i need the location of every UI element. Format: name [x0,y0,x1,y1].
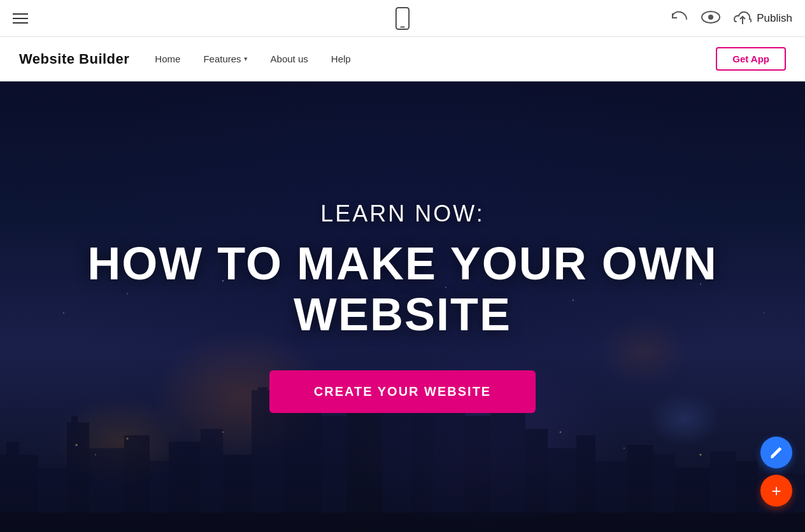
publish-button[interactable]: Publish [734,10,792,27]
toolbar-center [394,7,411,30]
svg-rect-20 [283,403,322,532]
hero-subtitle: LEARN NOW: [0,200,805,227]
svg-point-41 [95,454,96,456]
add-fab-button[interactable]: + [760,475,792,507]
toolbar: Publish [0,0,805,37]
site-title: Website Builder [19,51,129,67]
nav-link-features[interactable]: Features ▾ [203,53,247,64]
undo-icon[interactable] [670,10,688,27]
nav-links: Home Features ▾ About us Help [155,53,716,64]
svg-rect-39 [0,513,805,532]
svg-point-51 [700,454,702,456]
edit-fab-button[interactable] [760,437,792,468]
phone-icon[interactable] [394,7,411,30]
svg-point-3 [708,15,713,20]
website-nav: Website Builder Home Features ▾ About us… [0,37,805,81]
svg-point-43 [222,431,224,433]
fab-container: + [760,437,792,507]
preview-icon[interactable] [701,10,721,27]
hero-content: LEARN NOW: HOW TO MAKE YOUR OWN WEBSITE … [0,200,805,412]
svg-rect-28 [490,403,525,532]
svg-rect-0 [396,8,409,29]
toolbar-left [13,13,28,24]
hero-cta-button[interactable]: CREATE YOUR WEBSITE [269,370,536,413]
hamburger-icon[interactable] [13,13,28,24]
nav-link-about[interactable]: About us [271,53,308,64]
chevron-down-icon: ▾ [244,55,248,63]
hero-section: LEARN NOW: HOW TO MAKE YOUR OWN WEBSITE … [0,81,805,532]
svg-point-50 [623,448,625,449]
hero-title: HOW TO MAKE YOUR OWN WEBSITE [0,239,805,339]
svg-point-49 [560,431,562,433]
get-app-button[interactable]: Get App [716,47,786,71]
plus-icon: + [771,481,781,501]
toolbar-right: Publish [670,10,792,27]
publish-label: Publish [757,12,792,25]
svg-rect-8 [6,442,19,461]
svg-point-40 [76,444,78,446]
nav-link-home[interactable]: Home [155,53,180,64]
nav-link-help[interactable]: Help [331,53,351,64]
svg-rect-11 [71,416,78,426]
svg-point-42 [127,438,129,440]
svg-rect-24 [382,397,411,532]
